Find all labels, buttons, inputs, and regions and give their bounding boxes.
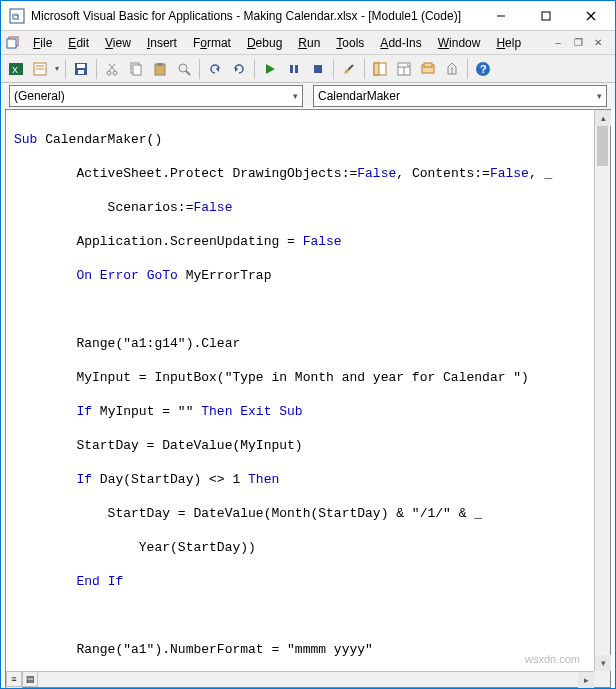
menu-help[interactable]: Help	[488, 33, 529, 53]
properties-icon[interactable]	[393, 58, 415, 80]
menu-bar: File Edit View Insert Format Debug Run T…	[1, 31, 615, 55]
svg-marker-27	[235, 66, 238, 72]
find-icon[interactable]	[173, 58, 195, 80]
horizontal-scrollbar[interactable]: ≡ ▤ ◂ ▸	[6, 671, 594, 687]
svg-rect-23	[157, 63, 163, 66]
menu-tools[interactable]: Tools	[328, 33, 372, 53]
title-bar: ⧉ Microsoft Visual Basic for Application…	[1, 1, 615, 31]
paste-icon[interactable]	[149, 58, 171, 80]
maximize-button[interactable]	[523, 1, 568, 30]
code-editor-frame: Sub CalendarMaker() ActiveSheet.Protect …	[5, 109, 611, 688]
mdi-close-button[interactable]: ✕	[589, 35, 607, 51]
full-module-view-icon[interactable]: ▤	[22, 671, 38, 687]
code-dropdowns: (General) ▾ CalendarMaker ▾	[1, 83, 615, 109]
svg-point-16	[107, 71, 111, 75]
code-editor[interactable]: Sub CalendarMaker() ActiveSheet.Protect …	[6, 110, 594, 671]
scroll-right-icon[interactable]: ▸	[578, 672, 594, 688]
svg-text:X: X	[12, 65, 18, 75]
procedure-dropdown[interactable]: CalendarMaker ▾	[313, 85, 607, 107]
minimize-button[interactable]	[478, 1, 523, 30]
svg-text:⧉: ⧉	[12, 11, 19, 22]
menu-run[interactable]: Run	[290, 33, 328, 53]
toolbar: X ▾ ?	[1, 55, 615, 83]
menu-addins[interactable]: Add-Ins	[372, 33, 429, 53]
svg-rect-29	[290, 65, 293, 73]
procedure-view-icon[interactable]: ≡	[6, 671, 22, 687]
menu-insert[interactable]: Insert	[139, 33, 185, 53]
menu-view[interactable]: View	[97, 33, 139, 53]
copy-icon[interactable]	[125, 58, 147, 80]
cut-icon[interactable]	[101, 58, 123, 80]
break-icon[interactable]	[283, 58, 305, 80]
chevron-down-icon: ▾	[597, 91, 602, 101]
design-mode-icon[interactable]	[338, 58, 360, 80]
svg-rect-31	[314, 65, 322, 73]
object-browser-icon[interactable]	[417, 58, 439, 80]
help-icon[interactable]: ?	[472, 58, 494, 80]
mdi-restore-button[interactable]: ❐	[569, 35, 587, 51]
save-icon[interactable]	[70, 58, 92, 80]
svg-point-17	[113, 71, 117, 75]
procedure-dropdown-value: CalendarMaker	[318, 89, 400, 103]
svg-point-24	[179, 64, 187, 72]
insert-dropdown-icon[interactable]: ▾	[53, 64, 61, 73]
view-excel-icon[interactable]: X	[5, 58, 27, 80]
scroll-up-icon[interactable]: ▴	[595, 110, 611, 126]
menu-file[interactable]: File	[25, 33, 60, 53]
mdi-minimize-button[interactable]: –	[549, 35, 567, 51]
chevron-down-icon: ▾	[293, 91, 298, 101]
object-dropdown[interactable]: (General) ▾	[9, 85, 303, 107]
window-title: Microsoft Visual Basic for Applications …	[31, 9, 478, 23]
scroll-thumb[interactable]	[597, 126, 608, 166]
svg-rect-41	[424, 63, 432, 67]
vertical-scrollbar[interactable]: ▴ ▾	[594, 110, 610, 671]
close-button[interactable]	[568, 1, 613, 30]
object-dropdown-value: (General)	[14, 89, 65, 103]
menu-window[interactable]: Window	[430, 33, 489, 53]
svg-line-33	[348, 65, 353, 70]
svg-marker-28	[266, 64, 275, 74]
insert-module-icon[interactable]	[29, 58, 51, 80]
menu-debug[interactable]: Debug	[239, 33, 290, 53]
svg-rect-21	[133, 65, 141, 75]
project-explorer-icon[interactable]	[369, 58, 391, 80]
vba-app-icon: ⧉	[9, 8, 25, 24]
menu-format[interactable]: Format	[185, 33, 239, 53]
svg-rect-30	[295, 65, 298, 73]
svg-rect-15	[78, 70, 84, 74]
svg-marker-26	[216, 66, 219, 72]
run-icon[interactable]	[259, 58, 281, 80]
watermark-text: wsxdn.com	[525, 653, 580, 665]
svg-text:?: ?	[480, 63, 487, 75]
scroll-corner	[594, 671, 610, 687]
toolbox-icon[interactable]	[441, 58, 463, 80]
svg-rect-7	[7, 39, 16, 48]
redo-icon[interactable]	[228, 58, 250, 80]
svg-line-25	[186, 71, 190, 75]
restore-icon[interactable]	[5, 35, 21, 51]
scroll-down-icon[interactable]: ▾	[595, 655, 611, 671]
undo-icon[interactable]	[204, 58, 226, 80]
reset-icon[interactable]	[307, 58, 329, 80]
menu-edit[interactable]: Edit	[60, 33, 97, 53]
svg-rect-35	[374, 63, 379, 75]
svg-rect-14	[77, 64, 85, 68]
svg-rect-3	[542, 12, 550, 20]
